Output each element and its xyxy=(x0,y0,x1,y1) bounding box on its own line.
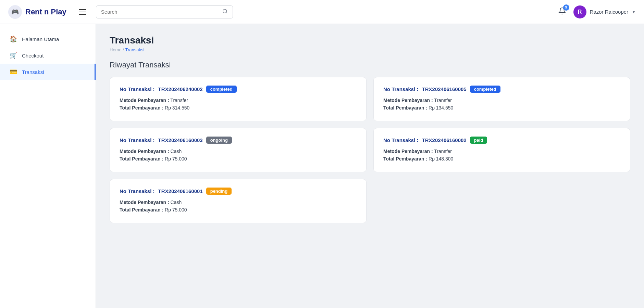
trx-number-3: TRX202406160003 xyxy=(158,137,203,143)
logo-icon: 🎮 xyxy=(8,5,22,19)
breadcrumb: Home / Transaksi xyxy=(110,47,630,52)
total-label-4: Total Pembayaran : xyxy=(383,156,427,162)
status-badge-5: pending xyxy=(206,188,232,195)
hamburger-line-3 xyxy=(79,14,86,15)
notification-badge: 9 xyxy=(563,4,569,11)
trx-number-5: TRX202406160001 xyxy=(158,188,203,194)
logo-link[interactable]: 🎮 Rent n Play xyxy=(8,5,66,19)
transaction-card-3: No Transaksi : TRX202406160003 ongoing M… xyxy=(110,128,367,172)
section-title: Riwayat Transaksi xyxy=(110,61,630,69)
metode-label-5: Metode Pembayaran : xyxy=(120,200,169,205)
status-badge-3: ongoing xyxy=(206,137,232,144)
trx-metode-3: Metode Pembayaran : Cash xyxy=(120,149,357,154)
trx-total-1: Total Pembayaran : Rp 314.550 xyxy=(120,105,357,111)
trx-total-3: Total Pembayaran : Rp 75.000 xyxy=(120,156,357,162)
trx-no-label-5: No Transaksi : xyxy=(120,188,155,194)
trx-header-1: No Transaksi : TRX202406240002 completed xyxy=(120,86,357,93)
status-badge-2: completed xyxy=(470,86,500,93)
trx-number-2: TRX202406160005 xyxy=(422,86,467,92)
breadcrumb-separator: / xyxy=(123,47,125,52)
search-icon xyxy=(222,9,228,14)
dropdown-icon: ▼ xyxy=(632,10,636,14)
transaction-card-1: No Transaksi : TRX202406240002 completed… xyxy=(110,77,367,121)
trx-no-label-4: No Transaksi : xyxy=(383,137,419,143)
trx-number-1: TRX202406240002 xyxy=(158,86,203,92)
metode-label-4: Metode Pembayaran : xyxy=(383,149,433,154)
total-value-5: Rp 75.000 xyxy=(165,207,187,213)
transactions-grid: No Transaksi : TRX202406240002 completed… xyxy=(110,77,630,223)
total-label-1: Total Pembayaran : xyxy=(120,105,163,111)
header: 🎮 Rent n Play 9 R Razor Raicooper ▼ xyxy=(0,0,644,24)
trx-metode-5: Metode Pembayaran : Cash xyxy=(120,200,357,205)
sidebar-item-transaksi[interactable]: 💳 Transaksi xyxy=(0,64,96,80)
trx-total-2: Total Pembayaran : Rp 134.550 xyxy=(383,105,620,111)
user-name: Razor Raicooper xyxy=(590,9,629,15)
breadcrumb-home[interactable]: Home xyxy=(110,47,122,52)
trx-header-4: No Transaksi : TRX202406160002 paid xyxy=(383,137,620,144)
page-title: Transaksi xyxy=(110,35,630,46)
trx-header-2: No Transaksi : TRX202406160005 completed xyxy=(383,86,620,93)
metode-label-1: Metode Pembayaran : xyxy=(120,98,169,103)
total-value-4: Rp 148.300 xyxy=(429,156,453,162)
transaction-icon: 💳 xyxy=(10,68,17,76)
main-content: Transaksi Home / Transaksi Riwayat Trans… xyxy=(96,24,644,308)
header-right: 9 R Razor Raicooper ▼ xyxy=(557,5,636,18)
total-label-5: Total Pembayaran : xyxy=(120,207,163,213)
trx-no-label-3: No Transaksi : xyxy=(120,137,155,143)
status-badge-4: paid xyxy=(470,137,487,144)
total-label-2: Total Pembayaran : xyxy=(383,105,427,111)
sidebar-item-halaman-utama[interactable]: 🏠 Halaman Utama xyxy=(0,31,96,47)
transaction-card-2: No Transaksi : TRX202406160005 completed… xyxy=(373,77,630,121)
notification-button[interactable]: 9 xyxy=(557,6,567,18)
trx-metode-1: Metode Pembayaran : Transfer xyxy=(120,98,357,103)
sidebar: 🏠 Halaman Utama 🛒 Checkout 💳 Transaksi xyxy=(0,24,96,308)
trx-no-label-2: No Transaksi : xyxy=(383,86,419,92)
total-value-3: Rp 75.000 xyxy=(165,156,187,162)
sidebar-item-checkout[interactable]: 🛒 Checkout xyxy=(0,47,96,64)
trx-number-4: TRX202406160002 xyxy=(422,137,467,143)
total-label-3: Total Pembayaran : xyxy=(120,156,163,162)
trx-header-5: No Transaksi : TRX202406160001 pending xyxy=(120,188,357,195)
metode-label-3: Metode Pembayaran : xyxy=(120,149,169,154)
metode-value-2: Transfer xyxy=(434,98,452,103)
trx-metode-2: Metode Pembayaran : Transfer xyxy=(383,98,620,103)
sidebar-label-transaksi: Transaksi xyxy=(22,69,44,75)
hamburger-line-2 xyxy=(79,12,86,12)
user-info[interactable]: R Razor Raicooper ▼ xyxy=(573,5,636,18)
hamburger-line-1 xyxy=(79,9,86,10)
search-bar xyxy=(96,5,233,18)
transaction-card-4: No Transaksi : TRX202406160002 paid Meto… xyxy=(373,128,630,172)
search-icon-button[interactable] xyxy=(222,9,228,15)
trx-total-5: Total Pembayaran : Rp 75.000 xyxy=(120,207,357,213)
trx-total-4: Total Pembayaran : Rp 148.300 xyxy=(383,156,620,162)
home-icon: 🏠 xyxy=(10,35,17,43)
sidebar-label-halaman-utama: Halaman Utama xyxy=(22,36,59,42)
cart-icon: 🛒 xyxy=(10,52,17,59)
hamburger-button[interactable] xyxy=(76,7,89,17)
svg-line-1 xyxy=(226,12,227,13)
trx-metode-4: Metode Pembayaran : Transfer xyxy=(383,149,620,154)
search-input[interactable] xyxy=(101,9,222,15)
total-value-1: Rp 314.550 xyxy=(165,105,189,111)
metode-label-2: Metode Pembayaran : xyxy=(383,98,433,103)
status-badge-1: completed xyxy=(206,86,237,93)
avatar: R xyxy=(573,5,586,18)
metode-value-5: Cash xyxy=(171,200,182,205)
metode-value-4: Transfer xyxy=(434,149,452,154)
sidebar-label-checkout: Checkout xyxy=(22,53,44,59)
metode-value-3: Cash xyxy=(171,149,182,154)
app-name: Rent n Play xyxy=(25,8,66,16)
total-value-2: Rp 134.550 xyxy=(429,105,453,111)
svg-point-0 xyxy=(223,9,227,13)
transaction-card-5: No Transaksi : TRX202406160001 pending M… xyxy=(110,179,367,223)
trx-header-3: No Transaksi : TRX202406160003 ongoing xyxy=(120,137,357,144)
metode-value-1: Transfer xyxy=(170,98,188,103)
breadcrumb-current: Transaksi xyxy=(125,47,145,52)
trx-no-label-1: No Transaksi : xyxy=(120,86,155,92)
